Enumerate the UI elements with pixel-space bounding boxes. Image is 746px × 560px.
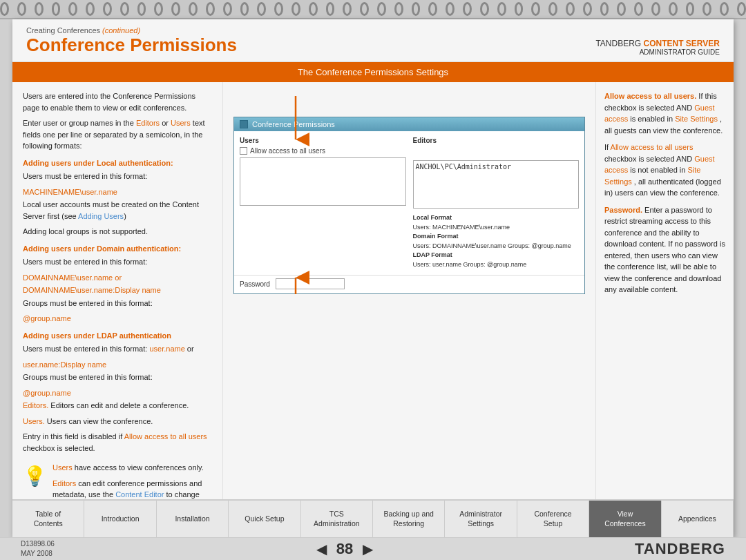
spiral-loop: [86, 2, 95, 16]
cp-password-row: Password: [234, 275, 584, 293]
spiral-loop: [206, 2, 215, 16]
tab-backing-up[interactable]: Backing up andRestoring: [373, 501, 445, 537]
users-note: Users. Users can view the conference.: [23, 416, 212, 427]
cp-checkbox-row[interactable]: Allow access to all users: [240, 147, 406, 155]
editors-note: Editors. Editors can edit and delete a c…: [23, 400, 212, 412]
cp-editors-col: Editors Local Format Users: MACHINENAME\…: [413, 137, 580, 269]
tab-installation[interactable]: Installation: [157, 501, 229, 537]
spiral-loop: [137, 2, 146, 16]
spiral-loop: [394, 2, 403, 16]
cp-header-title: Conference Permissions: [252, 120, 335, 128]
enter-instruction: Enter user or group names in the Editors…: [23, 117, 212, 152]
cp-password-input[interactable]: [276, 278, 345, 289]
users-link[interactable]: Users: [171, 119, 191, 127]
tab-appendices[interactable]: Appendices: [662, 501, 734, 537]
entry-disabled-note: Entry in this field is disabled if Allow…: [23, 431, 212, 454]
spiral-loop: [52, 2, 61, 16]
editors-link[interactable]: Editors: [136, 119, 160, 127]
spiral-loop: [566, 2, 575, 16]
intro-text: Users are entered into the Conference Pe…: [23, 90, 212, 113]
spiral-loop: [223, 2, 232, 16]
center-panel: Conference Permissions Users Allow acces…: [223, 82, 595, 499]
prev-arrow[interactable]: ◀: [316, 541, 327, 557]
spiral-loop: [600, 2, 609, 16]
spiral-loop: [274, 2, 283, 16]
cp-box-header: Conference Permissions: [234, 117, 584, 131]
spiral-loop: [531, 2, 540, 16]
allow-access-link[interactable]: Allow access to all users: [124, 432, 207, 441]
adding-users-link[interactable]: Adding Users: [78, 212, 124, 220]
allow-access-checkbox[interactable]: [240, 147, 247, 155]
footer-brand: TANDBERG: [635, 540, 725, 558]
ldap-group-format: @group.name: [23, 387, 212, 399]
page-title: Conference Permissions: [26, 35, 237, 56]
cp-editors-textarea[interactable]: [413, 160, 580, 209]
spiral-loop: [120, 2, 129, 16]
tab-view-conferences[interactable]: ViewConferences: [589, 501, 661, 537]
allow-access-label: Allow access to all users.: [604, 92, 696, 100]
guide-label: ADMINISTRATOR GUIDE: [595, 48, 720, 56]
cp-editors-label: Editors: [413, 137, 580, 144]
local-note1: Local user accounts must be created on t…: [23, 199, 212, 222]
ldap-group-label: Groups must be entered in this format:: [23, 371, 212, 383]
spiral-loop: [291, 2, 300, 16]
spiral-loop: [377, 2, 386, 16]
spiral-loop: [702, 2, 711, 16]
local-format-label: Users must be entered in this format:: [23, 171, 212, 182]
page-header: Creating Conferences (continued) Confere…: [12, 19, 734, 62]
ldap-format2: user.name:Display name: [23, 359, 212, 371]
tab-quick-setup[interactable]: Quick Setup: [229, 501, 300, 537]
spiral-loop: [428, 2, 437, 16]
cp-users-col: Users Allow access to all users: [240, 137, 406, 269]
tab-introduction[interactable]: Introduction: [84, 501, 156, 537]
spiral-loop: [103, 2, 112, 16]
spiral-loop: [686, 2, 695, 16]
cp-users-textarea[interactable]: [240, 157, 406, 206]
password-label: Password.: [604, 206, 642, 214]
header-right: TANDBERG CONTENT SERVER ADMINISTRATOR GU…: [595, 39, 720, 56]
right-allow-access-para: Allow access to all users. If this check…: [604, 90, 725, 136]
spiral-loop: [17, 2, 26, 16]
spiral-loop: [720, 2, 729, 16]
domain-group-format: @group.name: [23, 313, 212, 325]
spiral-loop: [463, 2, 472, 16]
content-editor-link[interactable]: Content Editor: [115, 490, 164, 499]
spiral-loop: [35, 2, 44, 16]
domain-auth-heading: Adding users under Domain authentication…: [23, 243, 212, 255]
local-auth-heading: Adding users under Local authentication:: [23, 157, 212, 169]
spiral-loop: [154, 2, 163, 16]
spiral-loop: [343, 2, 352, 16]
brand-logo: TANDBERG CONTENT SERVER: [595, 39, 720, 48]
local-note3: Adding local groups is not supported.: [23, 226, 212, 238]
spiral-loop: [0, 2, 9, 16]
section-title-bar: The Conference Permissions Settings: [12, 62, 734, 82]
spiral-loop: [240, 2, 249, 16]
spiral-loop: [68, 2, 77, 16]
page-number: 88: [336, 540, 353, 558]
allow-access-link2[interactable]: Allow access to all users: [611, 143, 694, 151]
spiral-loop: [171, 2, 180, 16]
next-arrow[interactable]: ▶: [363, 541, 373, 557]
spiral-loop: [446, 2, 455, 16]
cp-password-label: Password: [240, 280, 270, 288]
ldap-format-label: Users must be entered in this format: us…: [23, 343, 212, 355]
right-panel: Allow access to all users. If this check…: [595, 82, 734, 499]
allow-access-label: Allow access to all users: [250, 147, 325, 155]
content-area: Users are entered into the Conference Pe…: [12, 82, 734, 499]
spiral-loop: [309, 2, 318, 16]
spiral-loop: [548, 2, 557, 16]
cp-header-icon: [240, 120, 248, 128]
domain-group-label: Groups must be entered in this format:: [23, 298, 212, 309]
domain-format2: DOMAINNAME\user.name:Display name: [23, 284, 212, 296]
tab-table-of-contents[interactable]: Table ofContents: [12, 501, 84, 537]
cp-body: Users Allow access to all users Editors: [234, 131, 584, 275]
tab-tcs-administration[interactable]: TCSAdministration: [301, 501, 373, 537]
tab-conference-setup[interactable]: ConferenceSetup: [517, 501, 589, 537]
spiral-loop: [737, 2, 746, 16]
site-settings-link1[interactable]: Site Settings: [675, 115, 718, 123]
creating-subtitle: Creating Conferences (continued): [26, 26, 237, 35]
local-format-example: MACHINENAME\user.name: [23, 186, 212, 198]
spiral-loop: [515, 2, 524, 16]
editors-label: Editors: [52, 479, 76, 487]
tab-administrator-settings[interactable]: AdministratorSettings: [445, 501, 517, 537]
